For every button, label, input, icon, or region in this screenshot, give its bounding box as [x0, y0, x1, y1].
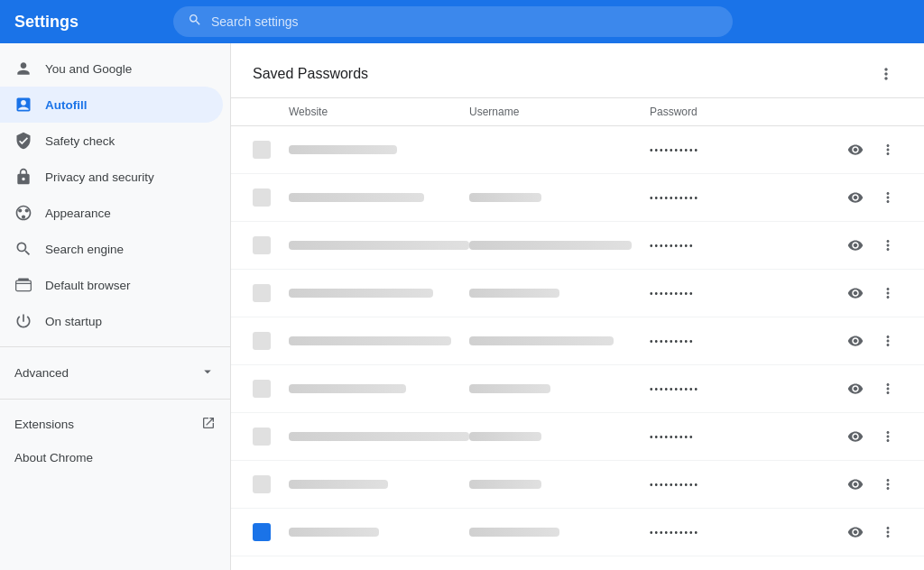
- row-more-button[interactable]: [873, 183, 902, 212]
- table-row[interactable]: ••••••••••: [231, 126, 924, 174]
- password-dots: ••••••••••: [650, 193, 830, 203]
- row-more-button[interactable]: [873, 565, 902, 570]
- table-row[interactable]: ••••••••••: [231, 556, 924, 570]
- page-title: Saved Passwords: [253, 66, 368, 82]
- svg-rect-3: [16, 280, 32, 291]
- privacy-icon: [14, 168, 32, 186]
- reveal-password-button[interactable]: [841, 422, 870, 451]
- sidebar-advanced[interactable]: Advanced: [0, 354, 230, 391]
- svg-point-0: [18, 208, 22, 212]
- site-name: [289, 384, 406, 393]
- person-icon: [14, 60, 32, 78]
- sidebar-item-you-and-google[interactable]: You and Google: [0, 51, 223, 87]
- username: [469, 289, 559, 298]
- app-title: Settings: [14, 13, 159, 32]
- sidebar-item-on-startup[interactable]: On startup: [0, 303, 223, 339]
- sidebar-item-label: Privacy and security: [45, 170, 154, 184]
- table-row[interactable]: ••••••••••: [231, 365, 924, 413]
- autofill-icon: [14, 96, 32, 114]
- row-more-button[interactable]: [873, 374, 902, 403]
- main-layout: You and Google Autofill Safety check Pri…: [0, 43, 924, 570]
- reveal-password-button[interactable]: [841, 470, 870, 499]
- site-favicon: [253, 188, 271, 207]
- sidebar: You and Google Autofill Safety check Pri…: [0, 43, 231, 570]
- password-dots: ••••••••••: [650, 145, 830, 155]
- reveal-password-button[interactable]: [841, 374, 870, 403]
- reveal-password-button[interactable]: [841, 231, 870, 260]
- site-name: [289, 480, 388, 489]
- table-row[interactable]: •••••••••: [231, 222, 924, 270]
- row-more-button[interactable]: [873, 422, 902, 451]
- site-favicon: [253, 332, 271, 350]
- username: [469, 193, 541, 202]
- reveal-password-button[interactable]: [841, 183, 870, 212]
- sidebar-item-extensions[interactable]: Extensions: [0, 407, 230, 442]
- reveal-password-button[interactable]: [841, 326, 870, 355]
- site-name: [289, 336, 451, 345]
- browser-icon: [14, 276, 32, 294]
- row-more-button[interactable]: [873, 135, 902, 164]
- username: [469, 528, 559, 537]
- username: [469, 432, 541, 441]
- password-dots: •••••••••: [650, 241, 830, 251]
- col-website: Website: [289, 106, 469, 118]
- table-row[interactable]: ••••••••••: [231, 461, 924, 509]
- row-more-button[interactable]: [873, 326, 902, 355]
- site-favicon: [253, 428, 271, 446]
- site-name: [289, 145, 397, 154]
- reveal-password-button[interactable]: [841, 518, 870, 547]
- table-row[interactable]: ••••••••••: [231, 174, 924, 222]
- row-more-button[interactable]: [873, 231, 902, 260]
- password-dots: •••••••••: [650, 432, 830, 442]
- reveal-password-button[interactable]: [841, 279, 870, 308]
- sidebar-item-label: On startup: [45, 315, 102, 328]
- password-dots: ••••••••••: [650, 480, 830, 490]
- row-more-button[interactable]: [873, 470, 902, 499]
- table-row[interactable]: •••••••••: [231, 270, 924, 317]
- site-favicon: [253, 236, 271, 254]
- sidebar-item-label: Appearance: [45, 207, 111, 220]
- site-name: [289, 241, 469, 250]
- reveal-password-button[interactable]: [841, 565, 870, 570]
- username: [469, 336, 614, 345]
- svg-rect-4: [18, 279, 29, 281]
- password-dots: ••••••••••: [650, 528, 830, 538]
- row-more-button[interactable]: [873, 518, 902, 547]
- content-header: Saved Passwords: [231, 43, 924, 98]
- sidebar-item-label: Default browser: [45, 279, 131, 292]
- site-favicon: [253, 141, 271, 159]
- sidebar-item-label: Search engine: [45, 243, 124, 256]
- table-header: Website Username Password: [231, 98, 924, 126]
- sidebar-item-default-browser[interactable]: Default browser: [0, 267, 223, 303]
- reveal-password-button[interactable]: [841, 135, 870, 164]
- search-bar[interactable]: [173, 6, 733, 37]
- table-row[interactable]: •••••••••: [231, 413, 924, 461]
- sidebar-item-label: Safety check: [45, 134, 115, 148]
- sidebar-item-search-engine[interactable]: Search engine: [0, 231, 223, 267]
- sidebar-divider-2: [0, 399, 230, 400]
- username: [469, 480, 541, 489]
- search-icon: [188, 13, 202, 31]
- sidebar-item-label: You and Google: [45, 62, 132, 76]
- row-more-button[interactable]: [873, 279, 902, 308]
- search-input[interactable]: [211, 14, 718, 29]
- table-row[interactable]: •••••••••: [231, 317, 924, 365]
- content-area: Saved Passwords Website Username Passwor…: [231, 43, 924, 570]
- table-row[interactable]: ••••••••••: [231, 509, 924, 556]
- search-engine-icon: [14, 240, 32, 258]
- more-options-button[interactable]: [870, 58, 902, 90]
- site-name: [289, 432, 469, 441]
- password-dots: ••••••••••: [650, 384, 830, 394]
- site-name: [289, 193, 424, 202]
- sidebar-item-safety-check[interactable]: Safety check: [0, 123, 223, 159]
- shield-icon: [14, 132, 32, 150]
- sidebar-item-appearance[interactable]: Appearance: [0, 195, 223, 231]
- app-header: Settings: [0, 0, 924, 43]
- chevron-down-icon: [199, 363, 216, 382]
- site-favicon: [253, 380, 271, 398]
- sidebar-item-about-chrome[interactable]: About Chrome: [0, 442, 230, 473]
- username: [469, 241, 632, 250]
- sidebar-item-autofill[interactable]: Autofill: [0, 87, 223, 123]
- sidebar-item-label: Autofill: [45, 98, 88, 112]
- sidebar-item-privacy-security[interactable]: Privacy and security: [0, 159, 223, 195]
